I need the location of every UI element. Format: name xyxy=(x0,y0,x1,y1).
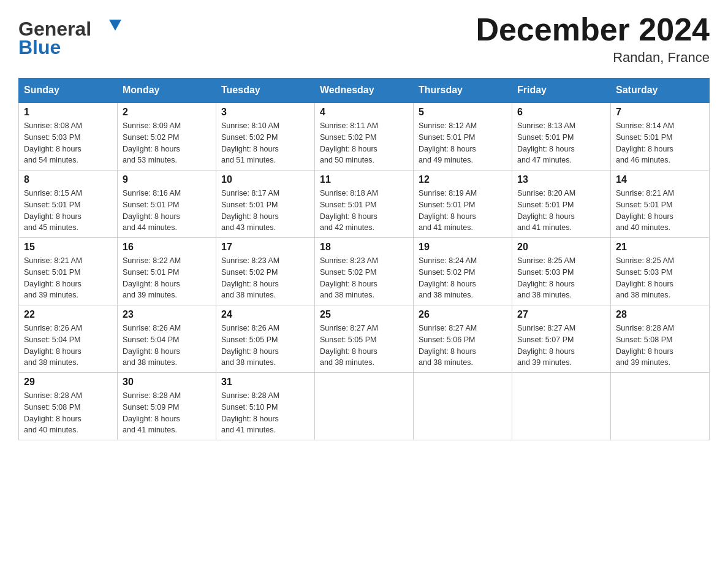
calendar-week-row: 22 Sunrise: 8:26 AMSunset: 5:04 PMDaylig… xyxy=(19,305,710,373)
day-info: Sunrise: 8:13 AMSunset: 5:01 PMDaylight:… xyxy=(517,121,575,164)
day-info: Sunrise: 8:08 AMSunset: 5:03 PMDaylight:… xyxy=(24,121,82,164)
day-number: 13 xyxy=(517,174,605,185)
page-header: General Blue December 2024 Randan, Franc… xyxy=(18,12,710,66)
calendar-table: Sunday Monday Tuesday Wednesday Thursday… xyxy=(18,78,710,440)
day-number: 12 xyxy=(419,174,507,185)
day-number: 14 xyxy=(616,174,704,185)
calendar-cell: 10 Sunrise: 8:17 AMSunset: 5:01 PMDaylig… xyxy=(216,170,315,238)
month-title: December 2024 xyxy=(476,12,710,47)
calendar-cell: 9 Sunrise: 8:16 AMSunset: 5:01 PMDayligh… xyxy=(118,170,216,238)
svg-text:Blue: Blue xyxy=(18,36,61,58)
calendar-cell: 12 Sunrise: 8:19 AMSunset: 5:01 PMDaylig… xyxy=(414,170,512,238)
calendar-cell: 25 Sunrise: 8:27 AMSunset: 5:05 PMDaylig… xyxy=(315,305,414,373)
calendar-cell xyxy=(512,373,611,440)
day-number: 17 xyxy=(221,242,309,253)
calendar-cell: 27 Sunrise: 8:27 AMSunset: 5:07 PMDaylig… xyxy=(512,305,611,373)
day-number: 2 xyxy=(123,107,211,118)
day-info: Sunrise: 8:26 AMSunset: 5:05 PMDaylight:… xyxy=(221,324,279,367)
day-info: Sunrise: 8:28 AMSunset: 5:09 PMDaylight:… xyxy=(123,391,181,434)
day-number: 15 xyxy=(24,242,112,253)
calendar-cell: 24 Sunrise: 8:26 AMSunset: 5:05 PMDaylig… xyxy=(216,305,315,373)
calendar-cell: 18 Sunrise: 8:23 AMSunset: 5:02 PMDaylig… xyxy=(315,238,414,305)
day-number: 24 xyxy=(221,309,309,320)
calendar-cell: 23 Sunrise: 8:26 AMSunset: 5:04 PMDaylig… xyxy=(118,305,216,373)
day-number: 19 xyxy=(419,242,507,253)
day-number: 8 xyxy=(24,174,112,185)
calendar-cell: 20 Sunrise: 8:25 AMSunset: 5:03 PMDaylig… xyxy=(512,238,611,305)
day-info: Sunrise: 8:25 AMSunset: 5:03 PMDaylight:… xyxy=(616,256,674,299)
day-number: 7 xyxy=(616,107,704,118)
day-info: Sunrise: 8:25 AMSunset: 5:03 PMDaylight:… xyxy=(517,256,575,299)
day-info: Sunrise: 8:16 AMSunset: 5:01 PMDaylight:… xyxy=(123,189,181,232)
day-number: 21 xyxy=(616,242,704,253)
calendar-cell: 17 Sunrise: 8:23 AMSunset: 5:02 PMDaylig… xyxy=(216,238,315,305)
col-monday: Monday xyxy=(118,79,216,103)
calendar-cell: 13 Sunrise: 8:20 AMSunset: 5:01 PMDaylig… xyxy=(512,170,611,238)
calendar-cell: 7 Sunrise: 8:14 AMSunset: 5:01 PMDayligh… xyxy=(611,102,710,170)
day-info: Sunrise: 8:27 AMSunset: 5:06 PMDaylight:… xyxy=(419,324,477,367)
day-number: 3 xyxy=(221,107,309,118)
calendar-week-row: 8 Sunrise: 8:15 AMSunset: 5:01 PMDayligh… xyxy=(19,170,710,238)
day-number: 29 xyxy=(24,377,112,388)
col-saturday: Saturday xyxy=(611,79,710,103)
calendar-cell: 5 Sunrise: 8:12 AMSunset: 5:01 PMDayligh… xyxy=(414,102,512,170)
calendar-cell: 26 Sunrise: 8:27 AMSunset: 5:06 PMDaylig… xyxy=(414,305,512,373)
col-sunday: Sunday xyxy=(19,79,118,103)
calendar-cell: 3 Sunrise: 8:10 AMSunset: 5:02 PMDayligh… xyxy=(216,102,315,170)
day-info: Sunrise: 8:18 AMSunset: 5:01 PMDaylight:… xyxy=(320,189,378,232)
calendar-cell xyxy=(315,373,414,440)
calendar-cell: 21 Sunrise: 8:25 AMSunset: 5:03 PMDaylig… xyxy=(611,238,710,305)
calendar-cell: 30 Sunrise: 8:28 AMSunset: 5:09 PMDaylig… xyxy=(118,373,216,440)
day-number: 10 xyxy=(221,174,309,185)
day-number: 11 xyxy=(320,174,408,185)
day-number: 18 xyxy=(320,242,408,253)
logo: General Blue xyxy=(18,12,129,58)
location: Randan, France xyxy=(476,50,710,66)
day-number: 5 xyxy=(419,107,507,118)
day-info: Sunrise: 8:09 AMSunset: 5:02 PMDaylight:… xyxy=(123,121,181,164)
day-info: Sunrise: 8:28 AMSunset: 5:08 PMDaylight:… xyxy=(24,391,82,434)
day-info: Sunrise: 8:15 AMSunset: 5:01 PMDaylight:… xyxy=(24,189,82,232)
calendar-cell: 8 Sunrise: 8:15 AMSunset: 5:01 PMDayligh… xyxy=(19,170,118,238)
col-friday: Friday xyxy=(512,79,611,103)
day-info: Sunrise: 8:17 AMSunset: 5:01 PMDaylight:… xyxy=(221,189,279,232)
day-number: 30 xyxy=(123,377,211,388)
calendar-cell xyxy=(611,373,710,440)
day-info: Sunrise: 8:27 AMSunset: 5:05 PMDaylight:… xyxy=(320,324,378,367)
day-number: 9 xyxy=(123,174,211,185)
day-info: Sunrise: 8:23 AMSunset: 5:02 PMDaylight:… xyxy=(221,256,279,299)
day-number: 23 xyxy=(123,309,211,320)
day-number: 6 xyxy=(517,107,605,118)
day-number: 1 xyxy=(24,107,112,118)
day-info: Sunrise: 8:22 AMSunset: 5:01 PMDaylight:… xyxy=(123,256,181,299)
day-number: 22 xyxy=(24,309,112,320)
day-info: Sunrise: 8:23 AMSunset: 5:02 PMDaylight:… xyxy=(320,256,378,299)
day-info: Sunrise: 8:26 AMSunset: 5:04 PMDaylight:… xyxy=(123,324,181,367)
day-number: 25 xyxy=(320,309,408,320)
calendar-cell: 2 Sunrise: 8:09 AMSunset: 5:02 PMDayligh… xyxy=(118,102,216,170)
calendar-week-row: 15 Sunrise: 8:21 AMSunset: 5:01 PMDaylig… xyxy=(19,238,710,305)
calendar-cell: 14 Sunrise: 8:21 AMSunset: 5:01 PMDaylig… xyxy=(611,170,710,238)
calendar-cell: 22 Sunrise: 8:26 AMSunset: 5:04 PMDaylig… xyxy=(19,305,118,373)
calendar-cell: 1 Sunrise: 8:08 AMSunset: 5:03 PMDayligh… xyxy=(19,102,118,170)
svg-marker-1 xyxy=(109,20,121,31)
calendar-cell: 6 Sunrise: 8:13 AMSunset: 5:01 PMDayligh… xyxy=(512,102,611,170)
day-info: Sunrise: 8:21 AMSunset: 5:01 PMDaylight:… xyxy=(24,256,82,299)
day-info: Sunrise: 8:28 AMSunset: 5:08 PMDaylight:… xyxy=(616,324,674,367)
col-thursday: Thursday xyxy=(414,79,512,103)
day-number: 16 xyxy=(123,242,211,253)
col-tuesday: Tuesday xyxy=(216,79,315,103)
day-number: 27 xyxy=(517,309,605,320)
calendar-cell: 29 Sunrise: 8:28 AMSunset: 5:08 PMDaylig… xyxy=(19,373,118,440)
day-number: 4 xyxy=(320,107,408,118)
calendar-cell: 19 Sunrise: 8:24 AMSunset: 5:02 PMDaylig… xyxy=(414,238,512,305)
calendar-cell xyxy=(414,373,512,440)
day-info: Sunrise: 8:12 AMSunset: 5:01 PMDaylight:… xyxy=(419,121,477,164)
day-info: Sunrise: 8:24 AMSunset: 5:02 PMDaylight:… xyxy=(419,256,477,299)
day-number: 28 xyxy=(616,309,704,320)
day-info: Sunrise: 8:11 AMSunset: 5:02 PMDaylight:… xyxy=(320,121,378,164)
calendar-cell: 28 Sunrise: 8:28 AMSunset: 5:08 PMDaylig… xyxy=(611,305,710,373)
calendar-cell: 11 Sunrise: 8:18 AMSunset: 5:01 PMDaylig… xyxy=(315,170,414,238)
day-info: Sunrise: 8:28 AMSunset: 5:10 PMDaylight:… xyxy=(221,391,279,434)
day-number: 26 xyxy=(419,309,507,320)
